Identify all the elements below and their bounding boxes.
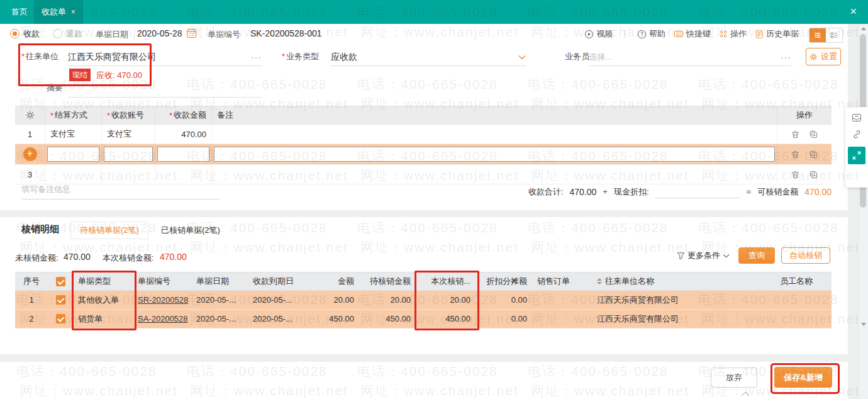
- discount-input[interactable]: [655, 185, 740, 198]
- tab-pending-docs[interactable]: 待核销单据(2笔): [70, 222, 148, 239]
- settle-method-input[interactable]: [47, 147, 99, 162]
- header-settle-method[interactable]: *结算方式: [45, 106, 102, 124]
- biz-type-label: *业务类型: [282, 51, 319, 62]
- receive-radio[interactable]: [10, 29, 19, 38]
- verification-row[interactable]: 1 其他收入单 SR-20200528 2020-05-... 2020-05-…: [15, 291, 832, 310]
- select-all-checkbox[interactable]: [56, 277, 65, 286]
- doc-date-value[interactable]: 2020-05-28: [137, 28, 182, 38]
- chevron-down-icon[interactable]: [518, 55, 526, 60]
- form-view-toggle-icon[interactable]: [826, 28, 842, 42]
- header-current-amount[interactable]: 本次核销...: [416, 273, 476, 290]
- table-row-editing[interactable]: +: [15, 144, 832, 165]
- header-tool-links: 视频 ｜ ? 帮助 快捷键 操作 历史单据: [584, 28, 799, 40]
- scroll-up-icon[interactable]: [861, 27, 866, 30]
- help-link[interactable]: ? 帮助: [637, 28, 665, 40]
- settings-button[interactable]: 设置: [806, 48, 841, 65]
- partner-lookup-icon[interactable]: ···: [251, 52, 262, 62]
- chevron-up-icon[interactable]: [741, 391, 750, 396]
- doc-no-link[interactable]: SR-20200528: [138, 295, 188, 305]
- refund-radio-label[interactable]: 退款: [66, 28, 82, 40]
- app-topbar: 首页 收款单 × ×: [0, 0, 868, 24]
- tab-verified-docs[interactable]: 已核销单据(2笔): [155, 222, 226, 239]
- delete-row-icon[interactable]: [791, 130, 799, 138]
- save-and-new-button[interactable]: 保存&新增: [774, 367, 832, 388]
- note-cell[interactable]: [212, 125, 777, 143]
- row-seq: 1: [15, 291, 48, 309]
- header-due-date[interactable]: 收款到期日: [248, 273, 308, 290]
- calendar-icon[interactable]: [186, 28, 197, 38]
- header-discount-amount[interactable]: 折扣分摊额: [476, 273, 532, 290]
- header-doc-date[interactable]: 单据日期: [191, 273, 248, 290]
- tab-home[interactable]: 首页: [0, 0, 39, 24]
- list-view-toggle-icon[interactable]: [810, 28, 826, 42]
- verification-row[interactable]: 2 销货单 SA-20200528 2020-05-... 2020-05-..…: [15, 310, 832, 329]
- auto-verify-button[interactable]: 自动核销: [781, 247, 830, 264]
- current-amount-cell[interactable]: 20.00: [416, 291, 476, 309]
- remark-placeholder: 填写备注信息: [21, 184, 70, 194]
- row-checkbox[interactable]: [56, 295, 65, 305]
- hotkeys-link[interactable]: 快捷键: [674, 28, 711, 40]
- header-doc-type[interactable]: 单据类型: [73, 273, 133, 290]
- salesman-field[interactable]: 选择... ···: [589, 49, 791, 66]
- partner-field[interactable]: 江西天乐商贸有限公司 ···: [68, 49, 262, 66]
- receive-amount-input[interactable]: [157, 147, 209, 162]
- video-link[interactable]: 视频: [584, 28, 613, 40]
- row-operations: [777, 144, 832, 164]
- copy-row-icon[interactable]: [810, 171, 818, 179]
- header-pending-amount[interactable]: 待核销金额: [359, 273, 416, 290]
- row-checkbox[interactable]: [56, 314, 65, 323]
- actions-link[interactable]: 操作: [719, 28, 747, 40]
- receive-account-cell[interactable]: [102, 165, 155, 184]
- header-doc-no[interactable]: 单据编号: [133, 273, 191, 290]
- history-link[interactable]: 历史单据: [755, 28, 799, 40]
- sort-icon[interactable]: [597, 278, 602, 284]
- header-partner-name[interactable]: 往来单位名称: [592, 273, 775, 290]
- receive-account-cell[interactable]: 支付宝: [102, 125, 155, 143]
- doc-no-link[interactable]: SA-20200528: [138, 314, 188, 323]
- verification-table-header: 序号 单据类型 单据编号 单据日期 收款到期日 金额 待核销金额 本次核销...…: [15, 272, 832, 291]
- header-receive-amount[interactable]: *收款金额: [155, 106, 212, 124]
- employee-cell: [775, 291, 832, 309]
- table-row[interactable]: 3: [15, 165, 832, 184]
- header-note[interactable]: 备注: [212, 106, 777, 124]
- add-row-icon[interactable]: +: [23, 147, 37, 161]
- copy-row-icon[interactable]: [810, 130, 818, 138]
- row-seq: 2: [15, 310, 48, 328]
- settle-method-cell[interactable]: 支付宝: [45, 125, 102, 143]
- receive-account-input[interactable]: [104, 147, 153, 162]
- biz-type-select[interactable]: 应收款: [331, 49, 526, 66]
- copy-row-icon[interactable]: [810, 150, 818, 159]
- delete-row-icon[interactable]: [791, 150, 799, 159]
- close-icon[interactable]: ×: [845, 0, 862, 24]
- receive-radio-label[interactable]: 收款: [23, 28, 40, 40]
- more-filters-button[interactable]: 更多条件: [677, 250, 730, 261]
- scroll-down-icon[interactable]: [861, 323, 866, 326]
- current-amount-cell[interactable]: 450.00: [416, 310, 476, 328]
- expand-icon[interactable]: [848, 147, 865, 164]
- delete-row-icon[interactable]: [791, 171, 799, 179]
- query-button[interactable]: 查询: [738, 247, 775, 264]
- header-receive-account[interactable]: *收款账号: [102, 106, 155, 124]
- cancel-button[interactable]: 放弃: [711, 368, 757, 388]
- header-employee-name[interactable]: 员工名称: [775, 273, 832, 290]
- tab-receipt[interactable]: 收款单 ×: [34, 0, 83, 24]
- partner-cell: 江西天乐商贸有限公司: [592, 291, 775, 309]
- tab-close-icon[interactable]: ×: [71, 0, 75, 24]
- summary-input[interactable]: [68, 81, 262, 98]
- remark-input[interactable]: 填写备注信息: [21, 184, 220, 200]
- receive-amount-cell[interactable]: [155, 165, 212, 184]
- header-sales-order[interactable]: 销售订单: [532, 273, 592, 290]
- doc-type-cell: 销货单: [73, 310, 133, 328]
- salesman-lookup-icon[interactable]: ···: [781, 52, 791, 62]
- note-cell[interactable]: [212, 165, 777, 184]
- note-input[interactable]: [214, 147, 775, 162]
- header-amount[interactable]: 金额: [308, 273, 359, 290]
- column-settings-gear-icon[interactable]: [15, 106, 45, 124]
- settle-method-cell[interactable]: [45, 165, 102, 184]
- feedback-icon[interactable]: [852, 113, 862, 122]
- receive-amount-cell[interactable]: 470.00: [155, 125, 212, 143]
- link-icon[interactable]: [852, 130, 862, 139]
- table-row[interactable]: 1 支付宝 支付宝 470.00: [15, 125, 832, 144]
- refund-radio[interactable]: [53, 29, 62, 38]
- partner-label: *往来单位: [21, 51, 58, 62]
